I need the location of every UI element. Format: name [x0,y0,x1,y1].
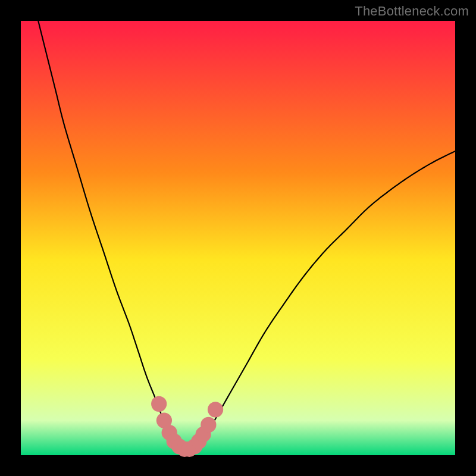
chart-frame: TheBottleneck.com [0,0,476,476]
highlight-marker [201,417,216,433]
plot-area [21,21,455,455]
highlight-marker [151,396,167,412]
watermark-text: TheBottleneck.com [355,4,469,19]
highlight-marker [208,402,223,417]
bottleneck-chart [0,0,476,476]
